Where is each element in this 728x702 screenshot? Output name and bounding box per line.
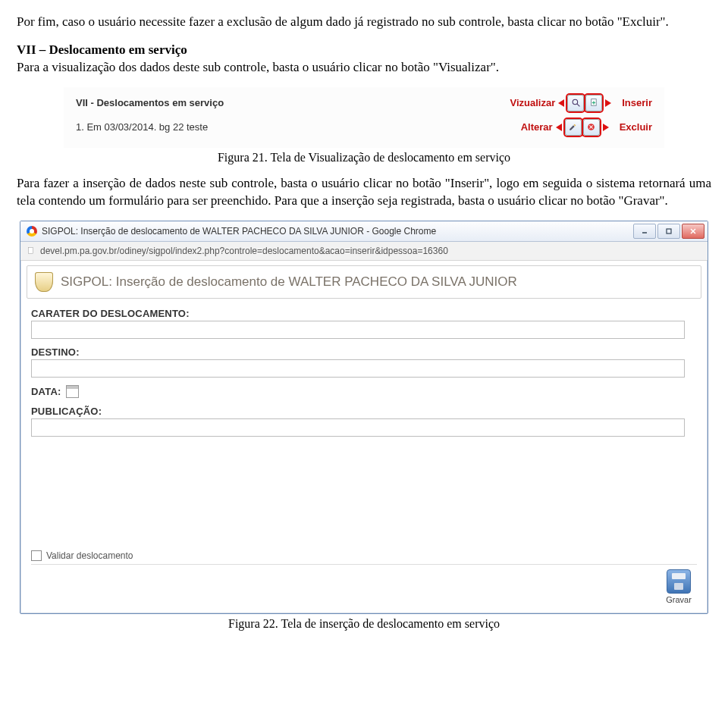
sigpol-header: SIGPOL: Inserção de deslocamento de WALT… [27, 265, 701, 299]
section-7-title: VII – Deslocamento em serviço [17, 42, 187, 57]
url-text: devel.pm.pa.gov.br/odiney/sigpol/index2.… [40, 246, 448, 256]
section-7: VII – Deslocamento em serviço Para a vis… [17, 42, 711, 77]
arrow-icon [558, 99, 564, 107]
input-carater[interactable] [31, 321, 685, 339]
arrow-icon [556, 124, 562, 131]
panel-title: VII - Deslocamentos em serviço [76, 97, 224, 108]
magnifier-icon [571, 98, 581, 108]
page-header-text: SIGPOL: Inserção de deslocamento de WALT… [61, 274, 517, 290]
svg-rect-12 [29, 247, 33, 253]
label-data: DATA: [31, 386, 61, 397]
alterar-label: Alterar [521, 121, 553, 133]
pencil-icon [568, 122, 578, 132]
visualizar-button[interactable] [567, 95, 584, 111]
validar-label: Validar deslocamento [46, 550, 133, 561]
excluir-label: Excluir [620, 121, 652, 133]
svg-line-1 [577, 104, 579, 106]
window-title: SIGPOL: Inserção de deslocamento de WALT… [42, 226, 436, 237]
alterar-button[interactable] [565, 119, 582, 136]
label-destino: DESTINO: [31, 346, 697, 358]
arrow-icon [603, 124, 609, 131]
input-destino[interactable] [31, 359, 685, 378]
shield-icon [35, 272, 53, 292]
figure-22-caption: Figura 22. Tela de inserção de deslocame… [17, 617, 711, 631]
intro-paragraph: Por fim, caso o usuário necessite fazer … [17, 14, 711, 31]
gravar-label: Gravar [666, 595, 692, 604]
delete-icon [586, 122, 596, 132]
deslocamento-item-1: 1. Em 03/03/2014. bg 22 teste [76, 121, 208, 133]
minimize-button[interactable] [633, 224, 656, 239]
window-titlebar: SIGPOL: Inserção de deslocamento de WALT… [20, 221, 708, 242]
plus-page-icon [589, 98, 599, 108]
label-publicacao: PUBLICAÇÃO: [31, 406, 697, 417]
save-disk-icon [667, 569, 691, 594]
figure-21: VII - Deslocamentos em serviço Vizualiza… [17, 87, 711, 165]
close-button[interactable] [682, 224, 704, 239]
chrome-icon [27, 226, 37, 237]
page-icon [27, 246, 36, 255]
svg-point-0 [573, 99, 578, 105]
calendar-icon[interactable] [66, 385, 79, 398]
input-publicacao[interactable] [31, 418, 685, 437]
figure-22: SIGPOL: Inserção de deslocamento de WALT… [17, 221, 711, 631]
figure-21-caption: Figura 21. Tela de Visualização de deslo… [17, 151, 711, 165]
validar-checkbox[interactable] [31, 550, 42, 561]
inserir-label: Inserir [622, 97, 652, 108]
visualizar-label: Vizualizar [510, 97, 556, 108]
deslocamentos-panel: VII - Deslocamentos em serviço Vizualiza… [64, 87, 664, 148]
insert-paragraph: Para fazer a inserção de dados neste sub… [17, 175, 711, 210]
form: CARATER DO DESLOCAMENTO: DESTINO: DATA: … [27, 308, 701, 604]
chrome-window: SIGPOL: Inserção de deslocamento de WALT… [20, 221, 708, 614]
maximize-button[interactable] [657, 224, 680, 239]
inserir-button[interactable] [585, 95, 602, 111]
svg-rect-9 [667, 229, 671, 233]
arrow-icon [605, 99, 611, 107]
gravar-button[interactable]: Gravar [661, 569, 697, 604]
section-7-body: Para a visualização dos dados deste sub … [17, 60, 499, 74]
url-bar[interactable]: devel.pm.pa.gov.br/odiney/sigpol/index2.… [20, 242, 708, 261]
label-carater: CARATER DO DESLOCAMENTO: [31, 308, 697, 319]
excluir-button[interactable] [583, 119, 600, 136]
